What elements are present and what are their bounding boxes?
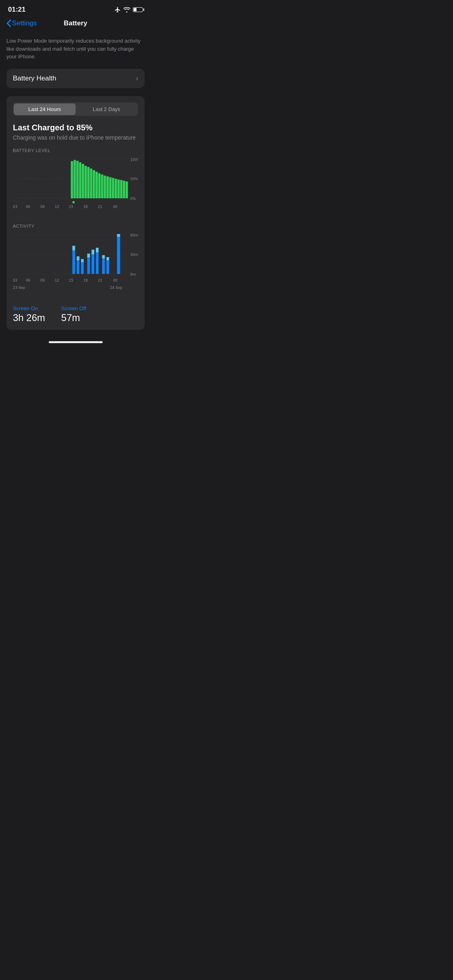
battery-health-row[interactable]: Battery Health › — [6, 69, 145, 88]
nav-title: Battery — [64, 19, 87, 27]
svg-text:21: 21 — [98, 205, 102, 209]
svg-rect-63 — [96, 252, 99, 274]
screen-on-label: Screen On — [13, 305, 45, 311]
svg-rect-62 — [91, 249, 94, 254]
svg-text:50%: 50% — [130, 177, 138, 181]
svg-rect-21 — [101, 175, 103, 198]
back-button[interactable]: Settings — [6, 19, 37, 27]
content: Low Power Mode temporarily reduces backg… — [0, 32, 151, 330]
svg-rect-25 — [112, 178, 114, 198]
svg-rect-15 — [85, 166, 87, 198]
svg-rect-12 — [76, 161, 79, 198]
svg-rect-54 — [72, 246, 75, 251]
svg-text:23 Sep: 23 Sep — [13, 285, 25, 289]
svg-text:00: 00 — [113, 278, 118, 282]
time-range-control[interactable]: Last 24 Hours Last 2 Days — [13, 103, 138, 116]
svg-rect-11 — [74, 160, 76, 198]
charge-subtitle: Charging was on hold due to iPhone tempe… — [13, 134, 138, 142]
activity-chart: 60m 30m 0m 03 06 09 12 15 18 21 00 23 Se… — [13, 231, 138, 299]
svg-rect-24 — [109, 177, 112, 198]
svg-rect-10 — [71, 161, 73, 198]
svg-text:18: 18 — [83, 205, 88, 209]
svg-rect-66 — [102, 255, 105, 258]
svg-text:30m: 30m — [130, 253, 138, 257]
svg-rect-61 — [91, 254, 94, 274]
svg-text:12: 12 — [55, 278, 59, 282]
svg-text:03: 03 — [13, 205, 17, 209]
svg-text:21: 21 — [98, 278, 102, 282]
svg-rect-28 — [120, 180, 122, 198]
svg-rect-65 — [102, 258, 105, 274]
charge-title: Last Charged to 85% — [13, 123, 138, 132]
battery-level-label: BATTERY LEVEL — [13, 148, 138, 153]
svg-rect-27 — [117, 179, 120, 198]
status-bar: 01:21 — [0, 0, 151, 16]
svg-rect-23 — [106, 177, 109, 198]
nav-bar: Settings Battery — [0, 16, 151, 32]
svg-text:06: 06 — [26, 278, 30, 282]
svg-text:18: 18 — [83, 278, 88, 282]
svg-text:60m: 60m — [130, 233, 138, 237]
svg-rect-26 — [115, 179, 117, 198]
screen-off-value: 57m — [61, 312, 86, 323]
svg-rect-60 — [87, 253, 90, 257]
screen-off-label: Screen Off — [61, 305, 86, 311]
svg-text:0m: 0m — [130, 272, 136, 276]
battery-level-chart: 100% 50% 0% 03 06 09 12 15 18 21 00 — [13, 155, 138, 220]
svg-text:12: 12 — [55, 205, 59, 209]
svg-rect-20 — [98, 173, 101, 198]
svg-rect-13 — [79, 163, 81, 198]
screen-off-stat: Screen Off 57m — [61, 305, 86, 323]
svg-rect-56 — [77, 256, 79, 260]
activity-chart-svg: 60m 30m 0m 03 06 09 12 15 18 21 00 23 Se… — [13, 231, 138, 297]
svg-rect-19 — [95, 172, 98, 198]
svg-rect-29 — [123, 181, 125, 198]
svg-text:15: 15 — [69, 205, 73, 209]
svg-rect-64 — [96, 247, 99, 252]
svg-text:0%: 0% — [130, 197, 136, 201]
svg-rect-57 — [81, 262, 84, 274]
svg-text:06: 06 — [26, 205, 30, 209]
battery-icon — [133, 7, 143, 12]
wifi-icon — [123, 7, 130, 12]
status-time: 01:21 — [8, 6, 25, 14]
activity-section: ACTIVITY — [13, 224, 138, 299]
svg-text:03: 03 — [13, 278, 17, 282]
battery-chart-svg: 100% 50% 0% 03 06 09 12 15 18 21 00 — [13, 155, 138, 218]
svg-rect-17 — [90, 169, 92, 198]
low-power-description: Low Power Mode temporarily reduces backg… — [0, 32, 151, 69]
svg-text:100%: 100% — [130, 158, 138, 162]
status-icons — [114, 6, 143, 13]
battery-health-card[interactable]: Battery Health › — [6, 69, 145, 88]
svg-rect-69 — [117, 237, 120, 274]
svg-text:00: 00 — [113, 205, 118, 209]
charts-card: Last 24 Hours Last 2 Days Last Charged t… — [6, 96, 145, 330]
last-24-hours-button[interactable]: Last 24 Hours — [14, 103, 76, 115]
svg-rect-59 — [87, 257, 90, 274]
svg-rect-14 — [82, 164, 84, 198]
svg-rect-18 — [93, 170, 95, 198]
back-label: Settings — [12, 19, 37, 27]
svg-text:09: 09 — [40, 205, 45, 209]
svg-text:24 Sep: 24 Sep — [110, 285, 122, 289]
svg-text:09: 09 — [40, 278, 45, 282]
home-bar — [49, 341, 103, 343]
svg-rect-30 — [126, 181, 128, 198]
activity-label: ACTIVITY — [13, 224, 138, 229]
airplane-icon — [114, 6, 121, 13]
battery-health-label: Battery Health — [13, 74, 56, 82]
home-indicator — [0, 338, 151, 346]
svg-point-31 — [72, 201, 75, 204]
svg-rect-55 — [77, 260, 79, 274]
svg-text:15: 15 — [69, 278, 73, 282]
svg-rect-53 — [72, 250, 75, 274]
svg-rect-22 — [103, 176, 106, 198]
svg-rect-68 — [106, 257, 109, 260]
screen-stats: Screen On 3h 26m Screen Off 57m — [13, 305, 138, 323]
svg-rect-70 — [117, 234, 120, 237]
chevron-right-icon: › — [136, 75, 138, 82]
screen-on-stat: Screen On 3h 26m — [13, 305, 45, 323]
svg-rect-58 — [81, 259, 84, 262]
screen-on-value: 3h 26m — [13, 312, 45, 323]
last-2-days-button[interactable]: Last 2 Days — [76, 103, 138, 115]
